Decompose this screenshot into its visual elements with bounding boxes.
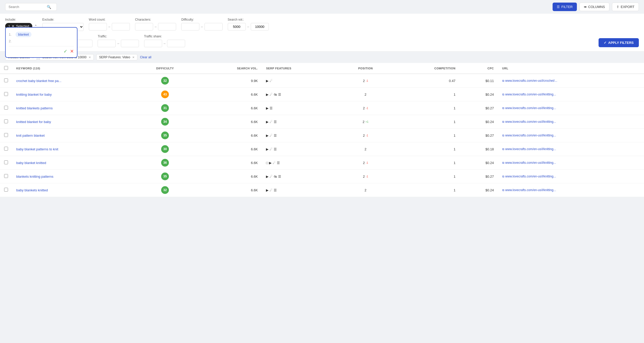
wordcount-max[interactable] bbox=[112, 23, 130, 30]
search-input[interactable] bbox=[9, 5, 45, 9]
difficulty-max[interactable] bbox=[205, 23, 223, 30]
image-serp-icon: ☄ bbox=[270, 79, 273, 83]
difficulty-filter: Difficulty: – bbox=[181, 18, 222, 30]
url-link[interactable]: www.lovecrafts.com/en-us/l/knitting... bbox=[505, 161, 556, 165]
characters-max[interactable] bbox=[158, 23, 176, 30]
columns-button[interactable]: ➡ COLUMNS bbox=[579, 3, 609, 11]
keyword-cell: knit pattern blanket bbox=[12, 129, 135, 142]
filters-area: Include: 1 ✕ Selected ⌃ 1. blanket 2. bbox=[0, 14, 644, 52]
serp-features-cell: ▶☄🛍☰ bbox=[262, 170, 339, 183]
searchvol-min[interactable] bbox=[228, 23, 246, 30]
keyword-link[interactable]: knitted blankets patterns bbox=[16, 106, 53, 110]
difficulty-cell: 36 bbox=[135, 156, 195, 170]
url-link[interactable]: www.lovecrafts.com/en-us/l/knitting... bbox=[505, 93, 556, 96]
difficulty-min[interactable] bbox=[181, 23, 199, 30]
competition-header: COMPETITION bbox=[392, 63, 459, 74]
url-link[interactable]: www.lovecrafts.com/en-us/l/knitting... bbox=[505, 120, 556, 124]
remove-tag-2[interactable]: ✕ bbox=[132, 56, 135, 59]
select-all-checkbox[interactable] bbox=[4, 66, 8, 70]
row-checkbox-cell bbox=[0, 129, 12, 142]
competition-cell: 1 bbox=[392, 142, 459, 156]
traffic-max[interactable] bbox=[121, 40, 139, 47]
confirm-x-button[interactable]: ✕ bbox=[70, 48, 74, 54]
row-checkbox[interactable] bbox=[4, 133, 8, 137]
table-row: blankets knitting patterns356.6K▶☄🛍☰2 -1… bbox=[0, 170, 644, 183]
characters-min[interactable] bbox=[135, 23, 153, 30]
dropdown-item-1: 1. blanket bbox=[9, 31, 74, 38]
row-checkbox-cell bbox=[0, 183, 12, 197]
table-row: knit pattern blanket356.6K▶☄☰2 -11$0.27⧉… bbox=[0, 129, 644, 142]
keyword-cell: baby blanket knitted bbox=[12, 156, 135, 170]
image-serp-icon: ☄ bbox=[270, 175, 273, 178]
cpc-header: CPC bbox=[460, 63, 498, 74]
apply-filters-button[interactable]: ✓ APPLY FILTERS bbox=[599, 38, 639, 47]
characters-filter: Characters: – bbox=[135, 18, 176, 30]
url-link[interactable]: www.lovecrafts.com/en-us/l/crochet/... bbox=[505, 79, 557, 83]
list-serp-icon: ☰ bbox=[274, 147, 277, 151]
keyword-link[interactable]: knit pattern blanket bbox=[16, 134, 45, 137]
url-link[interactable]: www.lovecrafts.com/en-us/l/knitting... bbox=[505, 106, 556, 110]
row-checkbox[interactable] bbox=[4, 119, 8, 123]
position-cell: 2 -1 bbox=[339, 170, 392, 183]
keyword-link[interactable]: crochet baby blanket free pa... bbox=[16, 79, 61, 83]
position-cell: 2 bbox=[339, 88, 392, 101]
url-link[interactable]: www.lovecrafts.com/en-us/l/knitting... bbox=[505, 175, 556, 178]
row-checkbox-cell bbox=[0, 142, 12, 156]
wordcount-min[interactable] bbox=[89, 23, 107, 30]
row-checkbox[interactable] bbox=[4, 174, 8, 178]
external-link-icon: ⧉ bbox=[502, 107, 504, 110]
video-serp-icon: ▶ bbox=[266, 147, 269, 151]
cpc-cell: $0.24 bbox=[460, 183, 498, 197]
table-container: KEYWORD (110) DIFFICULTY SEARCH VOL. SER… bbox=[0, 63, 644, 197]
keyword-link[interactable]: knitting blanket for baby bbox=[16, 93, 52, 96]
difficulty-badge: 32 bbox=[161, 77, 169, 85]
searchvol-max[interactable] bbox=[251, 23, 269, 30]
traffic-min[interactable] bbox=[98, 40, 116, 47]
competition-cell: 1 bbox=[392, 115, 459, 129]
wordcount-range: – bbox=[89, 23, 130, 30]
row-checkbox[interactable] bbox=[4, 106, 8, 110]
row-checkbox[interactable] bbox=[4, 147, 8, 151]
row-checkbox[interactable] bbox=[4, 92, 8, 96]
row-checkbox[interactable] bbox=[4, 188, 8, 192]
keyword-cell: baby blankets knitted bbox=[12, 183, 135, 197]
keyword-link[interactable]: baby blanket knitted bbox=[16, 161, 46, 165]
keyword-link[interactable]: baby blanket patterns to knit bbox=[16, 147, 58, 151]
external-link-icon: ⧉ bbox=[502, 93, 504, 96]
position-header: POSITION bbox=[339, 63, 392, 74]
searchvol-cell: 9.9K bbox=[195, 74, 262, 88]
keyword-link[interactable]: knitted blanket for baby bbox=[16, 120, 51, 124]
row-checkbox[interactable] bbox=[4, 78, 8, 82]
searchvol-cell: 6.6K bbox=[195, 156, 262, 170]
keyword-cell: knitted blankets patterns bbox=[12, 101, 135, 115]
url-link[interactable]: www.lovecrafts.com/en-us/l/knitting... bbox=[505, 147, 556, 151]
filter-button[interactable]: ☰ FILTER bbox=[553, 3, 577, 11]
difficulty-badge: 36 bbox=[161, 159, 169, 167]
square-serp-icon: □ bbox=[266, 161, 268, 165]
serp-features-cell: ▶☄ bbox=[262, 74, 339, 88]
trafficshare-min[interactable] bbox=[144, 40, 162, 47]
export-button[interactable]: ⇧ EXPORT bbox=[612, 3, 639, 11]
keyword-link[interactable]: baby blankets knitted bbox=[16, 188, 48, 192]
row-checkbox[interactable] bbox=[4, 160, 8, 164]
remove-tag-1[interactable]: ✕ bbox=[89, 56, 91, 59]
traffic-label: Traffic: bbox=[98, 35, 139, 38]
position-change: -1 bbox=[366, 134, 368, 137]
difficulty-badge: 30 bbox=[161, 145, 169, 153]
url-link[interactable]: www.lovecrafts.com/en-us/l/knitting... bbox=[505, 188, 556, 192]
difficulty-cell: 32 bbox=[135, 183, 195, 197]
difficulty-badge: 31 bbox=[161, 104, 169, 112]
url-cell: ⧉www.lovecrafts.com/en-us/l/knitting... bbox=[498, 129, 644, 142]
dropdown-confirm-row: ✓ ✕ bbox=[9, 46, 74, 54]
url-link[interactable]: www.lovecrafts.com/en-us/l/knitting... bbox=[505, 134, 556, 137]
clear-all-link[interactable]: Clear all bbox=[140, 55, 151, 59]
wordcount-label: Word count: bbox=[89, 18, 130, 21]
row-checkbox-cell bbox=[0, 115, 12, 129]
keyword-link[interactable]: blankets knitting patterns bbox=[16, 175, 53, 178]
wordcount-filter: Word count: – bbox=[89, 18, 130, 30]
table-row: baby blanket knitted366.6K□▶☄☰2 -11$0.24… bbox=[0, 156, 644, 170]
trafficshare-max[interactable] bbox=[167, 40, 185, 47]
confirm-check-button[interactable]: ✓ bbox=[64, 48, 67, 54]
searchvol-header: SEARCH VOL. bbox=[195, 63, 262, 74]
difficulty-cell: 35 bbox=[135, 170, 195, 183]
